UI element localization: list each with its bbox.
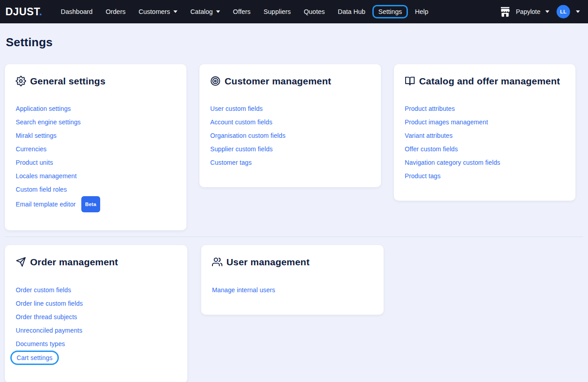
list-item: Currencies	[16, 142, 176, 156]
nav-item-customers[interactable]: Customers	[133, 5, 183, 18]
link-variant-attributes[interactable]: Variant attributes	[405, 132, 453, 139]
link-navigation-category-custom-fields[interactable]: Navigation category custom fields	[405, 159, 500, 166]
nav-item-help[interactable]: Help	[409, 5, 434, 18]
link-supplier-custom-fields[interactable]: Supplier custom fields	[210, 145, 273, 153]
card-links: Product attributesProduct images managem…	[405, 102, 565, 183]
list-item: Order thread subjects	[16, 310, 177, 324]
nav-item-dashboard[interactable]: Dashboard	[55, 5, 98, 18]
nav-item-suppliers[interactable]: Suppliers	[258, 5, 296, 18]
card-links: User custom fieldsAccount custom fieldsO…	[210, 102, 370, 169]
nav-item-quotes[interactable]: Quotes	[298, 5, 331, 18]
list-item: Order line custom fields	[16, 297, 177, 310]
card-order-management: Order managementOrder custom fieldsOrder…	[5, 245, 187, 382]
link-manage-internal-users[interactable]: Manage internal users	[212, 286, 275, 294]
nav-item-label: Customers	[139, 8, 170, 15]
list-item: Product attributes	[405, 102, 565, 115]
list-item: Email template editorBeta	[16, 196, 176, 212]
card-title: Order management	[16, 256, 177, 268]
list-item: Customer tags	[210, 156, 370, 169]
card-general-settings: General settingsApplication settingsSear…	[5, 64, 186, 230]
book-open-icon	[405, 76, 415, 86]
list-item: Locales management	[16, 169, 176, 183]
list-item: Manage internal users	[212, 283, 373, 297]
cards-row-2: Order managementOrder custom fieldsOrder…	[5, 245, 583, 382]
card-links: Manage internal users	[212, 283, 373, 297]
list-item: Search engine settings	[16, 115, 176, 129]
link-cart-settings[interactable]: Cart settings	[10, 351, 59, 365]
link-customer-tags[interactable]: Customer tags	[210, 159, 252, 166]
link-application-settings[interactable]: Application settings	[16, 105, 71, 112]
link-product-images-management[interactable]: Product images management	[405, 119, 488, 126]
workspace-name: Papylote	[516, 8, 540, 15]
link-product-units[interactable]: Product units	[16, 159, 53, 166]
link-unreconciled-payments[interactable]: Unreconciled payments	[16, 327, 82, 334]
link-offer-custom-fields[interactable]: Offer custom fields	[405, 145, 458, 153]
list-item: Product images management	[405, 115, 565, 129]
list-item: Account custom fields	[210, 115, 370, 129]
app-logo-text: DJUST	[5, 6, 39, 18]
list-item: Order custom fields	[16, 283, 177, 297]
send-icon	[16, 257, 26, 267]
navbar-right: Papylote LL	[499, 5, 580, 18]
target-icon	[210, 76, 221, 86]
link-product-attributes[interactable]: Product attributes	[405, 105, 455, 112]
list-item: Supplier custom fields	[210, 142, 370, 156]
user-menu[interactable]: LL	[557, 5, 580, 18]
link-locales-management[interactable]: Locales management	[16, 172, 77, 180]
list-item: Organisation custom fields	[210, 129, 370, 142]
list-item: Mirakl settings	[16, 129, 176, 142]
card-links: Application settingsSearch engine settin…	[16, 102, 176, 212]
list-item: Application settings	[16, 102, 176, 115]
list-item: Product units	[16, 156, 176, 169]
list-item: Product tags	[405, 169, 565, 183]
list-item: Documents types	[16, 337, 177, 351]
link-account-custom-fields[interactable]: Account custom fields	[210, 119, 272, 126]
nav-item-catalog[interactable]: Catalog	[185, 5, 226, 18]
link-mirakl-settings[interactable]: Mirakl settings	[16, 132, 57, 139]
link-product-tags[interactable]: Product tags	[405, 172, 441, 180]
nav-item-label: Dashboard	[61, 8, 93, 15]
list-item: Variant attributes	[405, 129, 565, 142]
nav-item-data-hub[interactable]: Data Hub	[332, 5, 371, 18]
beta-badge: Beta	[81, 196, 101, 212]
nav-item-label: Suppliers	[264, 8, 291, 15]
navbar: DJUST. DashboardOrdersCustomersCatalogOf…	[0, 0, 588, 23]
chevron-down-icon	[576, 10, 580, 13]
storefront-icon	[499, 6, 511, 18]
nav-item-offers[interactable]: Offers	[227, 5, 256, 18]
cards-row-1: General settingsApplication settingsSear…	[5, 64, 583, 230]
link-search-engine-settings[interactable]: Search engine settings	[16, 119, 81, 126]
card-title: Catalog and offer management	[405, 75, 565, 87]
link-order-thread-subjects[interactable]: Order thread subjects	[16, 313, 77, 321]
link-order-custom-fields[interactable]: Order custom fields	[16, 286, 71, 294]
card-title: Customer management	[210, 75, 370, 87]
nav-item-label: Catalog	[190, 8, 213, 15]
settings-sections: General settingsApplication settingsSear…	[5, 64, 583, 382]
card-customer-management: Customer managementUser custom fieldsAcc…	[199, 64, 381, 187]
nav-item-label: Data Hub	[338, 8, 365, 15]
list-item: Cart settings	[16, 351, 177, 365]
list-item: User custom fields	[210, 102, 370, 115]
workspace-switcher[interactable]: Papylote	[499, 6, 549, 18]
card-title: User management	[212, 256, 373, 268]
link-user-custom-fields[interactable]: User custom fields	[210, 105, 263, 112]
link-email-template-editor[interactable]: Email template editor	[16, 201, 76, 208]
link-order-line-custom-fields[interactable]: Order line custom fields	[16, 300, 83, 307]
section-divider	[5, 237, 583, 237]
link-documents-types[interactable]: Documents types	[16, 340, 65, 347]
nav-item-label: Settings	[378, 8, 402, 15]
page-title: Settings	[5, 35, 583, 49]
nav-item-label: Offers	[233, 8, 251, 15]
card-catalog-and-offer-management: Catalog and offer managementProduct attr…	[394, 64, 575, 201]
avatar[interactable]: LL	[557, 5, 570, 18]
link-organisation-custom-fields[interactable]: Organisation custom fields	[210, 132, 286, 139]
link-currencies[interactable]: Currencies	[16, 145, 47, 153]
link-custom-field-roles[interactable]: Custom field roles	[16, 186, 67, 193]
list-item: Unreconciled payments	[16, 324, 177, 337]
nav-items: DashboardOrdersCustomersCatalogOffersSup…	[55, 5, 499, 18]
nav-item-orders[interactable]: Orders	[100, 5, 131, 18]
nav-item-label: Orders	[106, 8, 125, 15]
app-logo[interactable]: DJUST.	[5, 6, 42, 18]
settings-page: Settings General settingsApplication set…	[0, 35, 588, 382]
nav-item-settings[interactable]: Settings	[372, 5, 407, 18]
